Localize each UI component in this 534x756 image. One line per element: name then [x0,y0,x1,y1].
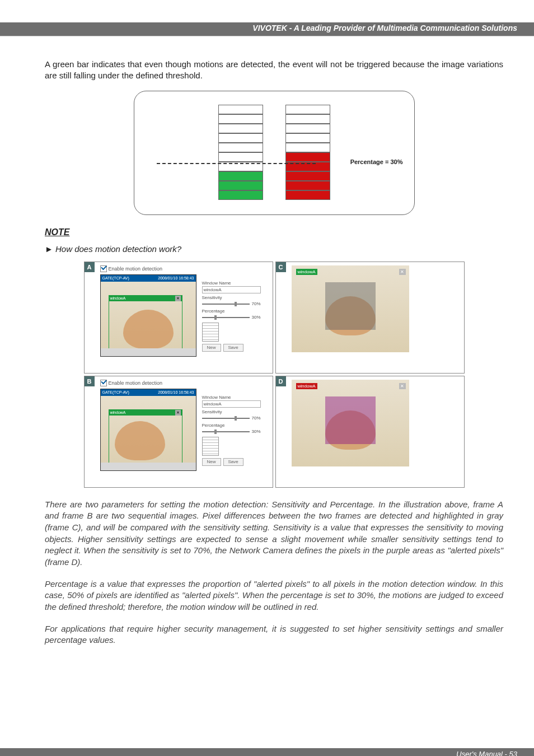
window-name-label: Window Name [202,281,261,286]
enable-motion-label: Enable motion detection [109,380,163,386]
gray-diff-overlay [325,282,376,330]
header-band: VIVOTEK - A Leading Provider of Multimed… [0,22,534,36]
panel-a: A Enable motion detection GATE(TCP-AV) 2… [84,262,273,374]
threshold-label: Percentage = 30% [350,158,403,165]
body: A green bar indicates that even though m… [0,36,534,646]
panel-d: D windowA ✕ [275,376,465,488]
bar-red [285,105,330,200]
minibar-indicator [202,437,219,456]
sensitivity-slider[interactable]: 70% [202,416,261,421]
video-body-a: windowA✕ [101,282,196,348]
preview-title-c: windowA [296,269,317,275]
video-frame-a: GATE(TCP-AV) 2008/01/10 16:58:43 windowA… [100,274,196,357]
save-button[interactable]: Save [223,344,243,352]
percentage-slider[interactable]: 30% [202,429,261,435]
panel-tag-c: C [276,262,286,272]
intro-paragraph: A green bar indicates that even though m… [45,59,503,82]
diagram-grid: A Enable motion detection GATE(TCP-AV) 2… [84,262,465,488]
video-footer [101,463,196,470]
purple-alert-overlay [325,396,376,444]
close-icon[interactable]: ✕ [175,410,181,416]
panel-tag-b: B [85,376,95,386]
threshold-chart: Percentage = 30% [134,91,415,215]
controls-b: Window Name windowA Sensitivity 70% Perc… [202,393,261,466]
close-icon[interactable]: ✕ [175,296,181,301]
note-heading: NOTE [45,227,503,237]
panel-tag-a: A [85,262,95,272]
window-name-input[interactable]: windowA [202,400,261,408]
enable-motion-a[interactable]: Enable motion detection [100,265,163,272]
enable-motion-label: Enable motion detection [109,266,163,272]
enable-motion-b[interactable]: Enable motion detection [100,380,163,386]
preview-c: windowA ✕ [292,265,409,352]
controls-a: Window Name windowA Sensitivity 70% Perc… [202,279,261,352]
footer-band: User's Manual - 53 [0,748,534,756]
preview-title-d: windowA [296,383,317,389]
footer-text: User's Manual - 53 [17,750,517,756]
new-button[interactable]: New [202,458,221,466]
bar-green [218,105,263,200]
chart-bars [134,105,414,200]
page: VIVOTEK - A Leading Provider of Multimed… [0,22,534,756]
close-icon[interactable]: ✕ [399,269,406,275]
save-button[interactable]: Save [223,458,243,466]
paragraph-1: There are two parameters for setting the… [45,499,503,568]
video-title-b: GATE(TCP-AV) 2008/01/10 16:58:43 [101,389,196,396]
video-title-a: GATE(TCP-AV) 2008/01/10 16:58:43 [101,275,196,282]
panel-c: C windowA ✕ [275,262,465,374]
video-frame-b: GATE(TCP-AV) 2008/01/10 16:58:43 windowA… [100,389,196,471]
note-question: ► How does motion detection work? [45,244,503,254]
window-name-input[interactable]: windowA [202,286,261,293]
checkbox-icon[interactable] [100,265,107,272]
sensitivity-slider[interactable]: 70% [202,301,261,307]
percentage-slider[interactable]: 30% [202,315,261,320]
minibar-indicator [202,323,219,342]
header-title: VIVOTEK - A Leading Provider of Multimed… [17,24,517,32]
sensitivity-label: Sensitivity [202,295,261,300]
video-body-b: windowA✕ [101,396,196,463]
new-button[interactable]: New [202,344,221,352]
paragraph-3: For applications that require higher sec… [45,623,503,646]
close-icon[interactable]: ✕ [399,383,406,389]
video-footer [101,348,196,356]
preview-d: windowA ✕ [292,380,409,466]
percentage-label: Percentage [202,309,261,314]
panel-b: B Enable motion detection GATE(TCP-AV) 2… [84,376,273,488]
checkbox-icon[interactable] [100,380,107,386]
threshold-line [157,163,316,164]
panel-tag-d: D [276,376,286,386]
paragraph-2: Percentage is a value that expresses the… [45,578,503,613]
